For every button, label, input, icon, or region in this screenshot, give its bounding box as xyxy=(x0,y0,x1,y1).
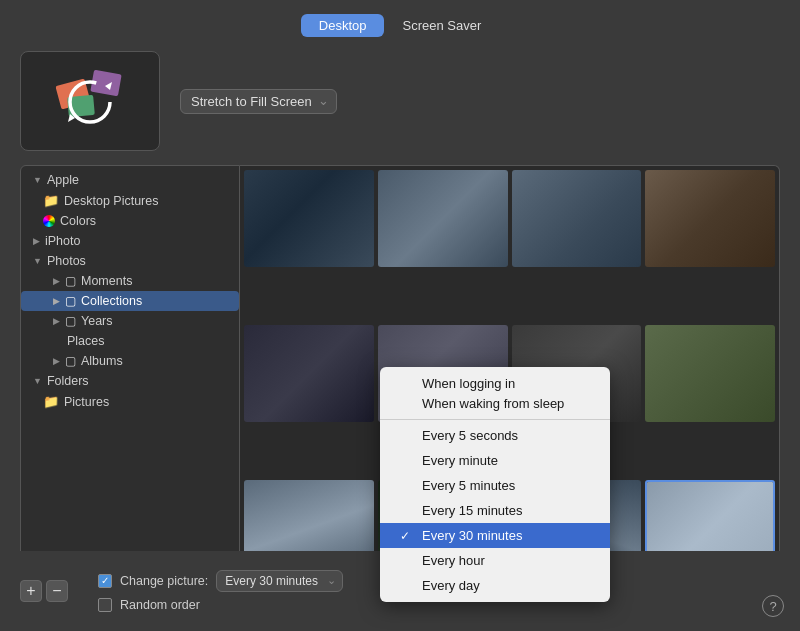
remove-button[interactable]: − xyxy=(46,580,68,602)
random-order-checkbox[interactable] xyxy=(98,598,112,612)
dropdown-label: Every 5 seconds xyxy=(422,428,518,443)
triangle-icon: ▼ xyxy=(33,256,42,266)
dropdown-item-30min[interactable]: ✓ Every 30 minutes xyxy=(380,523,610,548)
sidebar-label: Collections xyxy=(81,294,142,308)
sidebar-label: Years xyxy=(81,314,113,328)
sidebar-folders-label: Folders xyxy=(47,374,89,388)
colors-icon xyxy=(43,215,55,227)
change-picture-row: ✓ Change picture: Every 30 minutes Every… xyxy=(98,570,343,592)
sidebar-photos-label: Photos xyxy=(47,254,86,268)
image-cell[interactable] xyxy=(645,170,775,267)
change-interval-dropdown: When logging in When waking from sleep E… xyxy=(380,367,610,602)
bottom-options: ✓ Change picture: Every 30 minutes Every… xyxy=(98,570,343,612)
sidebar-iphoto-label: iPhoto xyxy=(45,234,80,248)
sidebar-label: Pictures xyxy=(64,395,109,409)
stretch-select-wrapper[interactable]: Stretch to Fill Screen Fill Screen Fit t… xyxy=(180,89,337,114)
sidebar-label: Places xyxy=(67,334,105,348)
triangle-icon: ▶ xyxy=(53,276,60,286)
dropdown-item-1min[interactable]: Every minute xyxy=(380,448,610,473)
dropdown-item-1day[interactable]: Every day xyxy=(380,573,610,598)
sidebar-section-iphoto[interactable]: ▶ iPhoto xyxy=(21,231,239,251)
triangle-icon: ▼ xyxy=(33,175,42,185)
sidebar-item-places[interactable]: Places xyxy=(21,331,239,351)
dropdown-separator xyxy=(380,419,610,420)
dropdown-item-15min[interactable]: Every 15 minutes xyxy=(380,498,610,523)
dropdown-label: Every 5 minutes xyxy=(422,478,515,493)
triangle-icon: ▼ xyxy=(33,376,42,386)
preview-icon xyxy=(50,64,130,139)
dropdown-label: Every 30 minutes xyxy=(422,528,522,543)
triangle-icon: ▶ xyxy=(53,356,60,366)
image-cell[interactable] xyxy=(378,170,508,267)
image-cell[interactable] xyxy=(244,325,374,422)
folder-small-icon: ▢ xyxy=(65,274,76,288)
blue-folder-icon: 📁 xyxy=(43,394,59,409)
folder-small-icon: ▢ xyxy=(65,314,76,328)
change-interval-select[interactable]: Every 30 minutes Every 5 seconds Every m… xyxy=(216,570,343,592)
sidebar-section-folders[interactable]: ▼ Folders xyxy=(21,371,239,391)
sidebar-item-collections[interactable]: ▶ ▢ Collections xyxy=(21,291,239,311)
image-cell[interactable] xyxy=(645,325,775,422)
sidebar-item-albums[interactable]: ▶ ▢ Albums xyxy=(21,351,239,371)
preview-box xyxy=(20,51,160,151)
dropdown-label: When waking from sleep xyxy=(422,396,564,411)
triangle-icon: ▶ xyxy=(53,316,60,326)
tab-bar: Desktop Screen Saver xyxy=(0,0,800,51)
sidebar-item-colors[interactable]: Colors xyxy=(21,211,239,231)
checkmark-icon: ✓ xyxy=(101,576,109,586)
sidebar-section-apple[interactable]: ▼ Apple xyxy=(21,170,239,190)
dropdown-label: Every 15 minutes xyxy=(422,503,522,518)
folder-icon: 📁 xyxy=(43,193,59,208)
dropdown-item-when-waking[interactable]: When waking from sleep xyxy=(380,391,610,416)
sidebar-item-desktop-pictures[interactable]: 📁 Desktop Pictures xyxy=(21,190,239,211)
sidebar-label: Colors xyxy=(60,214,96,228)
folder-small-icon: ▢ xyxy=(65,294,76,308)
dropdown-label: Every minute xyxy=(422,453,498,468)
image-cell[interactable] xyxy=(244,170,374,267)
add-button[interactable]: + xyxy=(20,580,42,602)
sidebar-label: Desktop Pictures xyxy=(64,194,158,208)
dropdown-label: When logging in xyxy=(422,376,515,391)
dropdown-label: Every day xyxy=(422,578,480,593)
sidebar-item-years[interactable]: ▶ ▢ Years xyxy=(21,311,239,331)
dropdown-item-5s[interactable]: Every 5 seconds xyxy=(380,423,610,448)
change-picture-label: Change picture: xyxy=(120,574,208,588)
sidebar-label: Moments xyxy=(81,274,132,288)
random-order-label: Random order xyxy=(120,598,200,612)
change-interval-wrapper[interactable]: Every 30 minutes Every 5 seconds Every m… xyxy=(216,570,343,592)
dropdown-item-1hour[interactable]: Every hour xyxy=(380,548,610,573)
change-picture-checkbox[interactable]: ✓ xyxy=(98,574,112,588)
sidebar-item-moments[interactable]: ▶ ▢ Moments xyxy=(21,271,239,291)
help-button[interactable]: ? xyxy=(762,595,784,617)
dropdown-label: Every hour xyxy=(422,553,485,568)
bottom-buttons: + − xyxy=(20,580,68,602)
folder-small-icon: ▢ xyxy=(65,354,76,368)
random-order-row: Random order xyxy=(98,598,343,612)
tab-desktop[interactable]: Desktop xyxy=(301,14,385,37)
sidebar-label: Albums xyxy=(81,354,123,368)
stretch-select[interactable]: Stretch to Fill Screen Fill Screen Fit t… xyxy=(180,89,337,114)
image-cell[interactable] xyxy=(512,170,642,267)
dropdown-item-when-logging-in[interactable]: When logging in xyxy=(380,371,610,391)
sidebar-apple-label: Apple xyxy=(47,173,79,187)
tab-screensaver[interactable]: Screen Saver xyxy=(384,14,499,37)
preview-area: Stretch to Fill Screen Fill Screen Fit t… xyxy=(0,51,800,165)
sidebar-section-photos[interactable]: ▼ Photos xyxy=(21,251,239,271)
triangle-icon: ▶ xyxy=(33,236,40,246)
checkmark-icon: ✓ xyxy=(400,529,414,543)
sidebar-item-pictures[interactable]: 📁 Pictures xyxy=(21,391,239,412)
triangle-icon: ▶ xyxy=(53,296,60,306)
dropdown-item-5min[interactable]: Every 5 minutes xyxy=(380,473,610,498)
